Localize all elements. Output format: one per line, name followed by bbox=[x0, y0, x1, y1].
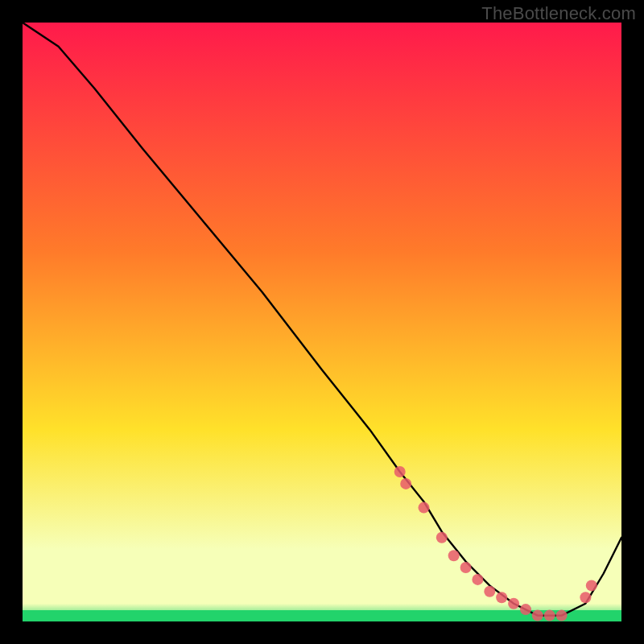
highlight-dot bbox=[419, 502, 430, 514]
highlight-dot bbox=[520, 604, 531, 615]
highlight-dot bbox=[484, 586, 495, 597]
highlight-dot bbox=[496, 592, 507, 603]
highlight-dot bbox=[586, 580, 597, 591]
highlight-dot bbox=[544, 610, 555, 621]
highlight-dot bbox=[556, 610, 568, 621]
highlight-dot bbox=[460, 562, 472, 573]
chart-frame: TheBottleneck.com bbox=[0, 0, 644, 644]
chart-svg bbox=[23, 23, 621, 621]
highlight-dot bbox=[472, 574, 483, 585]
watermark-text: TheBottleneck.com bbox=[481, 3, 636, 24]
plot-area bbox=[23, 23, 621, 621]
highlight-dot bbox=[394, 466, 406, 477]
highlight-dot bbox=[436, 532, 448, 543]
highlight-dot bbox=[508, 598, 519, 609]
highlight-dot bbox=[448, 550, 460, 561]
highlight-dot bbox=[580, 592, 591, 603]
highlight-dot bbox=[400, 478, 411, 489]
highlight-dot bbox=[532, 610, 543, 621]
